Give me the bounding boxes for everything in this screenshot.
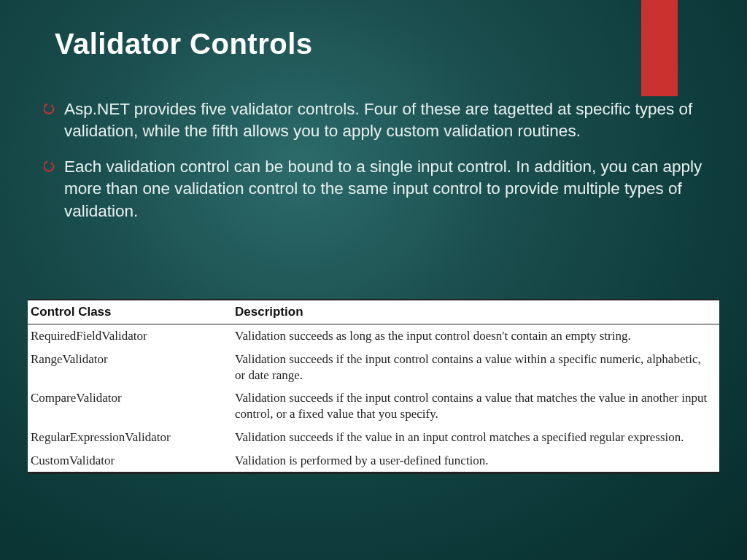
table-cell-class: CompareValidator [28, 386, 232, 426]
bullet-item: Each validation control can be bound to … [44, 156, 714, 222]
table-row: RangeValidator Validation succeeds if th… [28, 348, 719, 387]
table-header-cell: Control Class [28, 300, 232, 324]
table-cell-class: RequiredFieldValidator [28, 324, 232, 348]
bullet-arrow-icon [44, 98, 64, 114]
table-cell-class: CustomValidator [28, 449, 232, 473]
validator-table: Control Class Description RequiredFieldV… [28, 299, 719, 474]
table-row: RequiredFieldValidator Validation succee… [28, 324, 719, 348]
table-row: CompareValidator Validation succeeds if … [28, 386, 719, 426]
table-header-cell: Description [232, 300, 719, 324]
table-cell-class: RegularExpressionValidator [28, 426, 232, 449]
bullet-list: Asp.NET provides five validator controls… [44, 98, 714, 236]
table-cell-desc: Validation succeeds if the value in an i… [232, 426, 719, 449]
table-cell-desc: Validation succeeds if the input control… [232, 348, 719, 387]
table-header-row: Control Class Description [28, 300, 719, 324]
bullet-text: Asp.NET provides five validator controls… [64, 98, 714, 143]
table-row: RegularExpressionValidator Validation su… [28, 426, 719, 449]
bullet-arrow-icon [44, 156, 64, 172]
bullet-item: Asp.NET provides five validator controls… [44, 98, 714, 143]
bullet-text: Each validation control can be bound to … [64, 156, 714, 222]
slide-title: Validator Controls [55, 28, 313, 61]
table-row: CustomValidator Validation is performed … [28, 449, 719, 473]
table-cell-desc: Validation succeeds as long as the input… [232, 324, 719, 348]
red-accent-bar [641, 0, 678, 96]
table-cell-desc: Validation is performed by a user-define… [232, 449, 719, 473]
table-cell-desc: Validation succeeds if the input control… [232, 386, 719, 426]
table-cell-class: RangeValidator [28, 348, 232, 387]
